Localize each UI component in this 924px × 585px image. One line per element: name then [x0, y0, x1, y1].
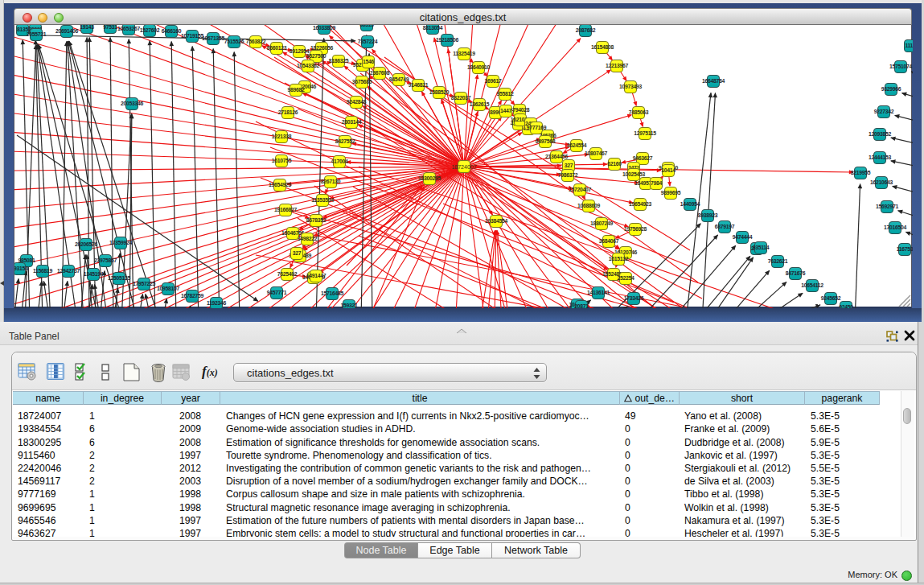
svg-text:7485063: 7485063 [629, 109, 649, 115]
svg-text:10543362: 10543362 [297, 63, 319, 68]
svg-text:7632621: 7632621 [768, 258, 788, 264]
svg-text:1491447: 1491447 [306, 273, 326, 278]
svg-text:8322037: 8322037 [451, 95, 471, 101]
svg-text:3498222: 3498222 [298, 236, 318, 241]
svg-text:20871: 20871 [574, 303, 589, 308]
svg-text:8678352: 8678352 [306, 217, 326, 223]
svg-text:10807467: 10807467 [585, 150, 607, 156]
svg-text:86315: 86315 [359, 25, 374, 27]
svg-text:7563822: 7563822 [246, 39, 266, 44]
svg-text:12975115: 12975115 [634, 130, 656, 136]
svg-text:2803144: 2803144 [342, 119, 362, 125]
svg-text:2367608: 2367608 [370, 70, 390, 76]
svg-text:9899695: 9899695 [661, 190, 681, 196]
svg-text:9474444: 9474444 [733, 234, 753, 240]
svg-text:1588520: 1588520 [429, 89, 450, 95]
svg-text:169617: 169617 [485, 78, 502, 84]
svg-text:2087682: 2087682 [576, 27, 596, 33]
svg-text:16210643: 16210643 [870, 179, 893, 185]
svg-text:62160: 62160 [607, 161, 622, 167]
svg-text:327: 327 [565, 163, 573, 168]
svg-text:11353594: 11353594 [311, 197, 334, 203]
svg-text:10958107: 10958107 [157, 286, 179, 291]
svg-text:1345194: 1345194 [84, 271, 104, 277]
svg-text:6497568: 6497568 [536, 138, 556, 144]
svg-text:9146821: 9146821 [409, 82, 429, 88]
svg-text:1117: 1117 [905, 43, 913, 48]
svg-text:19218506: 19218506 [436, 37, 458, 43]
svg-text:16154808: 16154808 [591, 44, 614, 50]
svg-text:17016504: 17016504 [884, 225, 906, 230]
svg-text:8938923: 8938923 [698, 212, 718, 218]
svg-text:3624554: 3624554 [567, 142, 587, 148]
svg-text:10671355: 10671355 [202, 35, 224, 41]
svg-text:6879197: 6879197 [715, 224, 735, 229]
svg-text:19384554: 19384554 [485, 218, 507, 224]
svg-text:15692971: 15692971 [876, 204, 898, 209]
svg-text:159321: 159321 [341, 303, 358, 308]
svg-text:8186325: 8186325 [329, 58, 349, 64]
svg-text:1610755: 1610755 [272, 158, 292, 163]
svg-text:1447: 1447 [500, 108, 511, 113]
svg-text:1362615: 1362615 [470, 101, 490, 107]
svg-text:3684067: 3684067 [599, 238, 619, 244]
svg-text:10414: 10414 [661, 167, 676, 173]
svg-text:10025453: 10025453 [622, 171, 645, 177]
svg-text:19654925: 19654925 [269, 182, 291, 187]
svg-text:6466160: 6466160 [162, 28, 182, 34]
svg-text:9242848: 9242848 [347, 99, 367, 105]
svg-text:989682: 989682 [288, 87, 305, 93]
svg-text:16648784: 16648784 [702, 78, 725, 84]
svg-text:20053346: 20053346 [121, 101, 143, 106]
svg-text:1733426: 1733426 [624, 295, 644, 301]
svg-text:8427552: 8427552 [335, 138, 355, 144]
svg-text:1156819: 1156819 [33, 268, 53, 274]
svg-text:9227342: 9227342 [874, 109, 894, 114]
svg-text:955812: 955812 [497, 91, 514, 97]
svg-text:16782759: 16782759 [181, 293, 203, 299]
svg-text:9329966: 9329966 [881, 86, 901, 92]
svg-text:21364456: 21364456 [545, 154, 568, 159]
svg-text:8813054: 8813054 [423, 25, 443, 31]
svg-text:9463627: 9463627 [633, 155, 653, 161]
svg-text:11325419: 11325419 [453, 51, 475, 56]
svg-text:19143: 19143 [80, 25, 94, 30]
svg-text:8219955: 8219955 [851, 170, 871, 175]
svg-text:97531: 97531 [103, 25, 117, 30]
svg-text:7986372: 7986372 [558, 172, 578, 178]
svg-text:3675685: 3675685 [352, 79, 372, 84]
svg-text:1527602: 1527602 [140, 27, 160, 33]
svg-text:17957225: 17957225 [133, 281, 155, 286]
svg-text:17359924: 17359924 [109, 240, 132, 245]
svg-text:10653267: 10653267 [117, 26, 140, 31]
svg-text:18724007: 18724007 [451, 164, 476, 170]
svg-text:1192346: 1192346 [207, 300, 227, 306]
svg-text:10688609: 10688609 [577, 203, 600, 208]
svg-text:1221338: 1221338 [272, 134, 292, 139]
svg-text:19654923: 19654923 [629, 201, 651, 207]
svg-text:7515526: 7515526 [224, 39, 244, 44]
svg-text:20691406: 20691406 [55, 28, 78, 34]
svg-text:6794028: 6794028 [510, 107, 530, 113]
svg-text:417004: 417004 [331, 159, 348, 164]
svg-text:8267130: 8267130 [321, 179, 341, 184]
svg-text:12213967: 12213967 [606, 63, 628, 68]
svg-text:8454749: 8454749 [389, 76, 409, 82]
svg-text:92450: 92450 [839, 304, 853, 308]
svg-text:1615132: 1615132 [609, 256, 629, 262]
svg-text:16033809: 16033809 [313, 25, 335, 31]
svg-text:10973493: 10973493 [619, 84, 642, 89]
svg-text:252254: 252254 [618, 275, 634, 281]
svg-text:12444153: 12444153 [869, 154, 891, 160]
svg-text:2055721: 2055721 [27, 31, 47, 37]
svg-text:1440954: 1440954 [680, 201, 700, 207]
svg-text:8660123: 8660123 [267, 45, 287, 51]
svg-text:7984: 7984 [651, 180, 662, 186]
svg-text:18807249: 18807249 [590, 220, 613, 226]
svg-text:12942737: 12942737 [57, 268, 80, 274]
svg-text:7625402: 7625402 [277, 271, 298, 277]
svg-text:15720407: 15720407 [569, 187, 591, 192]
svg-text:20206576: 20206576 [75, 241, 97, 247]
svg-text:1546: 1546 [363, 59, 374, 64]
svg-text:8471676: 8471676 [786, 270, 806, 276]
